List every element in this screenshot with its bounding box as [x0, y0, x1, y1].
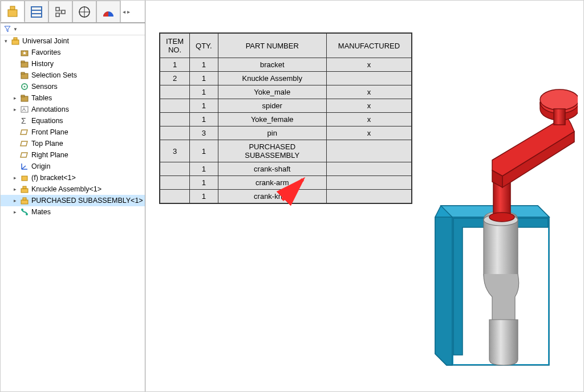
tree-root[interactable]: ▾ Universal Joint	[1, 35, 145, 47]
svg-rect-6	[56, 13, 59, 17]
display-manager-tab[interactable]	[96, 1, 120, 22]
bom-row[interactable]: 1Yoke_malex	[160, 85, 412, 99]
tree-item[interactable]: ▸ΣEquations	[1, 115, 145, 126]
expander-icon[interactable]: ▸	[12, 209, 18, 215]
bom-header-mfg[interactable]: MANUFACTURED	[326, 33, 412, 58]
bom-cell-qty[interactable]: 1	[190, 190, 218, 204]
tree-item[interactable]: ▸PURCHASED SUBASSEMBLY<1>	[1, 195, 145, 206]
bom-cell-qty[interactable]: 1	[190, 113, 218, 126]
tree-item-label: Right Plane	[31, 151, 68, 159]
bom-cell-mfg[interactable]: x	[326, 58, 412, 72]
tree-item[interactable]: ▸Origin	[1, 161, 145, 172]
bom-cell-mfg[interactable]: x	[326, 85, 412, 99]
bom-cell-part[interactable]: Yoke_male	[218, 85, 326, 99]
bom-cell-mfg[interactable]	[326, 176, 412, 190]
bom-header-part[interactable]: PART NUMBER	[218, 33, 326, 58]
bom-cell-qty[interactable]: 1	[190, 72, 218, 85]
tree-item[interactable]: ▸Tables	[1, 92, 145, 104]
tree-item[interactable]: ▸Sensors	[1, 81, 145, 92]
bom-row[interactable]: 1crank-shaft	[160, 162, 412, 176]
bom-cell-item[interactable]	[160, 176, 190, 190]
expander-icon[interactable]: ▾	[3, 38, 9, 44]
bom-cell-qty[interactable]: 3	[190, 126, 218, 140]
tab-overflow-button[interactable]: ◂ ▸	[120, 1, 132, 22]
bom-cell-qty[interactable]: 1	[190, 162, 218, 176]
bom-row[interactable]: 3pinx	[160, 126, 412, 140]
bom-row[interactable]: 1crank-knob	[160, 190, 412, 204]
assembly-icon	[20, 185, 29, 194]
tree-item[interactable]: ▸(f) bracket<1>	[1, 172, 145, 183]
svg-point-41	[489, 213, 514, 222]
tree-item[interactable]: ▸Right Plane	[1, 149, 145, 161]
bom-cell-qty[interactable]: 1	[190, 140, 218, 162]
bom-cell-item[interactable]	[160, 113, 190, 126]
bom-cell-mfg[interactable]	[326, 72, 412, 85]
bom-cell-mfg[interactable]: x	[326, 126, 412, 140]
bom-cell-qty[interactable]: 1	[190, 99, 218, 113]
bom-cell-item[interactable]	[160, 190, 190, 204]
dimxpert-manager-tab[interactable]	[72, 1, 96, 22]
tree-item-label: Tables	[31, 94, 52, 102]
svg-rect-30	[22, 176, 27, 181]
bom-cell-qty[interactable]: 1	[190, 176, 218, 190]
graphics-area[interactable]: ITEM NO. QTY. PART NUMBER MANUFACTURED 1…	[145, 1, 583, 391]
tree-filter-row[interactable]: ▼	[1, 23, 145, 35]
bom-cell-item[interactable]	[160, 126, 190, 140]
property-manager-tab[interactable]	[25, 1, 48, 22]
tree-item[interactable]: ▸History	[1, 58, 145, 70]
configuration-manager-tab[interactable]	[48, 1, 72, 22]
tree-item[interactable]: ▸AAnnotations	[1, 104, 145, 115]
bom-cell-part[interactable]: PURCHASED SUBASSEMBLY	[218, 140, 326, 162]
bom-cell-part[interactable]: crank-arm	[218, 176, 326, 190]
bom-cell-part[interactable]: crank-knob	[218, 190, 326, 204]
bom-cell-qty[interactable]: 1	[190, 85, 218, 99]
bom-cell-item[interactable]: 3	[160, 140, 190, 162]
bom-cell-part[interactable]: bracket	[218, 58, 326, 72]
bom-cell-item[interactable]: 2	[160, 72, 190, 85]
filter-dropdown-icon: ▼	[13, 27, 18, 32]
feature-tree-tab[interactable]	[1, 1, 25, 22]
bom-row[interactable]: 11bracketx	[160, 58, 412, 72]
bom-row[interactable]: 21Knuckle Assembly	[160, 72, 412, 85]
svg-rect-32	[23, 186, 26, 189]
bom-cell-part[interactable]: pin	[218, 126, 326, 140]
bom-cell-mfg[interactable]: x	[326, 99, 412, 113]
expander-icon[interactable]: ▸	[12, 175, 18, 181]
tree-item-label: Selection Sets	[31, 71, 77, 79]
expander-icon[interactable]: ▸	[12, 186, 18, 192]
model-3d-view[interactable]	[407, 75, 578, 382]
bom-cell-item[interactable]: 1	[160, 58, 190, 72]
tree-item[interactable]: ▸Mates	[1, 206, 145, 218]
bom-cell-item[interactable]	[160, 85, 190, 99]
bom-cell-mfg[interactable]	[326, 190, 412, 204]
bom-row[interactable]: 1Yoke_femalex	[160, 113, 412, 126]
feature-manager-panel: ◂ ▸ ▼ ▾ Universal Joint ▸Favorites▸Histo…	[1, 1, 145, 392]
assembly-icon	[11, 36, 20, 46]
expander-icon[interactable]: ▸	[12, 95, 18, 101]
bom-cell-mfg[interactable]: x	[326, 113, 412, 126]
expander-icon[interactable]: ▸	[12, 198, 18, 203]
bom-cell-qty[interactable]: 1	[190, 58, 218, 72]
bom-table[interactable]: ITEM NO. QTY. PART NUMBER MANUFACTURED 1…	[159, 32, 412, 204]
tree-item[interactable]: ▸Selection Sets	[1, 70, 145, 81]
expander-icon[interactable]: ▸	[12, 107, 18, 112]
bom-cell-part[interactable]: spider	[218, 99, 326, 113]
tree-root-label: Universal Joint	[22, 37, 69, 45]
bom-row[interactable]: 1spiderx	[160, 99, 412, 113]
bom-cell-item[interactable]	[160, 162, 190, 176]
bom-cell-part[interactable]: Yoke_female	[218, 113, 326, 126]
tree-item[interactable]: ▸Top Plane	[1, 138, 145, 149]
bom-header-qty[interactable]: QTY.	[190, 33, 218, 58]
bom-cell-item[interactable]	[160, 99, 190, 113]
bom-cell-part[interactable]: Knuckle Assembly	[218, 72, 326, 85]
bom-row[interactable]: 31PURCHASED SUBASSEMBLY	[160, 140, 412, 162]
tree-item[interactable]: ▸Knuckle Assembly<1>	[1, 183, 145, 195]
bom-row[interactable]: 1crank-arm	[160, 176, 412, 190]
bom-cell-mfg[interactable]	[326, 140, 412, 162]
tree-item[interactable]: ▸Favorites	[1, 47, 145, 58]
tree-item[interactable]: ▸Front Plane	[1, 126, 145, 138]
bom-cell-mfg[interactable]	[326, 162, 412, 176]
bom-header-item[interactable]: ITEM NO.	[160, 33, 190, 58]
bom-cell-part[interactable]: crank-shaft	[218, 162, 326, 176]
tree-item-label: Favorites	[31, 48, 60, 56]
